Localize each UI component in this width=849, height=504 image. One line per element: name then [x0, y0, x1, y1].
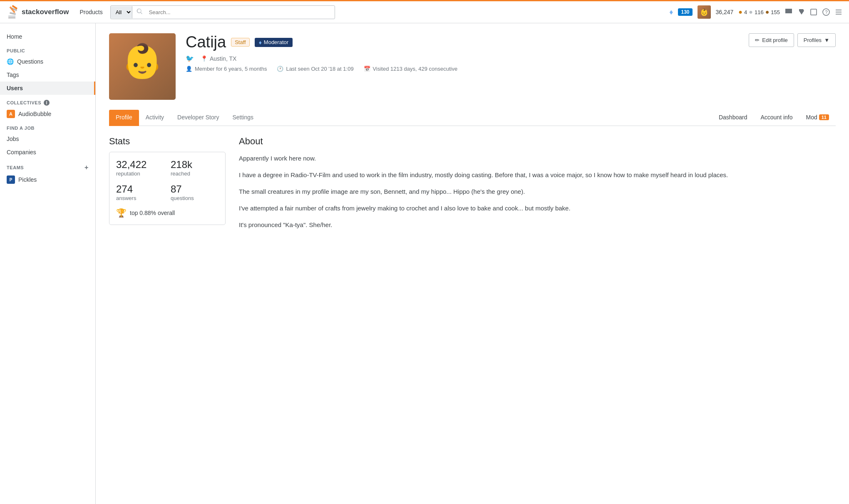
about-para-5: It's pronounced "Ka-tya". She/her.	[239, 220, 836, 230]
bronze-count: 155	[771, 9, 780, 15]
topbar: stackoverflow Products All ♦ 130 👶 36,24…	[0, 0, 849, 23]
rep-badge: 130	[678, 8, 692, 16]
chevron-down-icon: ▼	[824, 37, 829, 43]
search-input[interactable]	[147, 7, 335, 18]
rep-score: 36,247	[716, 9, 734, 15]
team-icon: P	[7, 175, 15, 184]
trophy-icon: 🏆	[116, 208, 127, 218]
pencil-icon: ✏	[755, 37, 760, 43]
reputation-label: reputation	[116, 170, 164, 177]
clock-icon: 🕐	[277, 66, 283, 72]
layout: Home PUBLIC 🌐 Questions Tags Users COLLE…	[0, 23, 849, 504]
review-icon[interactable]	[810, 8, 817, 16]
gold-dot: ●	[738, 8, 742, 16]
reputation-stat: 32,422 reputation	[116, 159, 164, 177]
home-label: Home	[7, 33, 22, 40]
sidebar: Home PUBLIC 🌐 Questions Tags Users COLLE…	[0, 23, 96, 504]
reputation-number: 32,422	[116, 159, 164, 170]
search-bar: All	[110, 5, 335, 19]
profile-avatar	[109, 33, 176, 100]
collective-icon: A	[7, 110, 15, 118]
sidebar-item-jobs[interactable]: Jobs	[0, 132, 95, 146]
reached-number: 218k	[171, 159, 218, 170]
section-find-job: FIND A JOB	[0, 121, 95, 132]
edit-profile-label: Edit profile	[762, 37, 787, 43]
tab-developer-story[interactable]: Developer Story	[171, 110, 226, 126]
topbar-right: ♦ 130 👶 36,247 ● 4 ● 116 ● 155 ?	[669, 5, 842, 19]
team-pickles[interactable]: P Pickles	[0, 173, 95, 186]
search-icon	[132, 6, 147, 19]
main-content: Catija Staff ♦ Moderator 🐦 📍 Austin, TX	[96, 23, 849, 504]
answers-label: answers	[116, 195, 164, 201]
help-icon[interactable]: ?	[822, 8, 830, 16]
stats-title: Stats	[109, 136, 226, 147]
sidebar-item-users[interactable]: Users	[0, 82, 95, 95]
tab-settings[interactable]: Settings	[226, 110, 260, 126]
about-para-2: I have a degree in Radio-TV-Film and use…	[239, 170, 836, 180]
tags-label: Tags	[7, 72, 19, 78]
silver-count: 116	[755, 9, 764, 15]
section-public: PUBLIC	[0, 43, 95, 55]
collective-audiobubble[interactable]: A AudioBubble	[0, 107, 95, 121]
visited-text: Visited 1213 days, 429 consecutive	[373, 66, 458, 72]
about-para-1: Apparently I work here now.	[239, 153, 836, 163]
collectives-info-icon[interactable]: i	[44, 100, 50, 106]
tab-mod[interactable]: Mod 11	[799, 110, 836, 126]
companies-label: Companies	[7, 149, 36, 156]
answers-number: 274	[116, 183, 164, 195]
section-collectives: COLLECTIVES i	[0, 95, 95, 107]
last-seen-item: 🕐 Last seen Oct 20 '18 at 1:09	[277, 66, 353, 72]
location-item: 📍 Austin, TX	[201, 55, 236, 62]
users-label: Users	[7, 85, 23, 91]
top-overall: top 0.88% overall	[130, 210, 175, 216]
profiles-label: Profiles	[804, 37, 822, 43]
tab-account-info[interactable]: Account info	[754, 110, 799, 126]
mod-diamond-icon: ♦	[259, 39, 262, 46]
svg-rect-1	[8, 17, 15, 18]
search-filter-select[interactable]: All	[111, 6, 132, 18]
sidebar-item-companies[interactable]: Companies	[0, 146, 95, 159]
collective-name: AudioBubble	[18, 111, 51, 117]
profile-header: Catija Staff ♦ Moderator 🐦 📍 Austin, TX	[109, 33, 836, 100]
moderator-badge: ♦ Moderator	[255, 38, 293, 47]
section-teams: TEAMS +	[0, 159, 95, 173]
diamond-icon: ♦	[669, 8, 673, 17]
add-team-icon[interactable]: +	[84, 164, 89, 171]
about-para-3: The small creatures in my profile image …	[239, 187, 836, 197]
products-nav[interactable]: Products	[77, 7, 105, 17]
profile-name: Catija	[186, 33, 226, 51]
tab-activity[interactable]: Activity	[139, 110, 171, 126]
last-seen: Last seen Oct 20 '18 at 1:09	[286, 66, 353, 72]
achievements-icon[interactable]	[797, 8, 805, 16]
score-badges: ● 4 ● 116 ● 155	[738, 8, 780, 16]
twitter-icon[interactable]: 🐦	[186, 54, 194, 62]
hamburger-icon[interactable]	[835, 8, 842, 16]
questions-number: 87	[171, 183, 218, 195]
sidebar-item-tags[interactable]: Tags	[0, 68, 95, 82]
inbox-icon[interactable]	[785, 8, 792, 16]
profile-actions: ✏ Edit profile Profiles ▼	[749, 33, 836, 47]
content-area: Stats 32,422 reputation 218k reached 274	[109, 136, 836, 237]
location-icon: 📍	[201, 55, 208, 62]
about-para-4: I've attempted a fair number of crafts f…	[239, 203, 836, 213]
staff-badge: Staff	[231, 38, 250, 47]
profiles-dropdown-button[interactable]: Profiles ▼	[797, 33, 836, 47]
avatar[interactable]: 👶	[698, 5, 711, 19]
edit-profile-button[interactable]: ✏ Edit profile	[749, 33, 794, 47]
svg-rect-2	[811, 9, 817, 15]
logo[interactable]: stackoverflow	[7, 5, 69, 20]
profile-name-row: Catija Staff ♦ Moderator	[186, 33, 739, 51]
tab-profile[interactable]: Profile	[109, 110, 139, 126]
logo-text: stackoverflow	[22, 8, 69, 16]
questions-label: questions	[171, 195, 218, 201]
reached-stat: 218k reached	[171, 159, 218, 177]
sidebar-item-questions[interactable]: 🌐 Questions	[0, 55, 95, 68]
tab-dashboard[interactable]: Dashboard	[712, 110, 754, 126]
calendar-icon: 📅	[364, 66, 370, 72]
sidebar-item-home[interactable]: Home	[0, 30, 95, 43]
gold-count: 4	[744, 9, 747, 15]
globe-icon: 🌐	[7, 58, 14, 65]
stats-card: 32,422 reputation 218k reached 274 answe…	[109, 152, 226, 225]
about-title: About	[239, 136, 836, 147]
member-since-item: 👤 Member for 6 years, 5 months	[186, 66, 267, 72]
